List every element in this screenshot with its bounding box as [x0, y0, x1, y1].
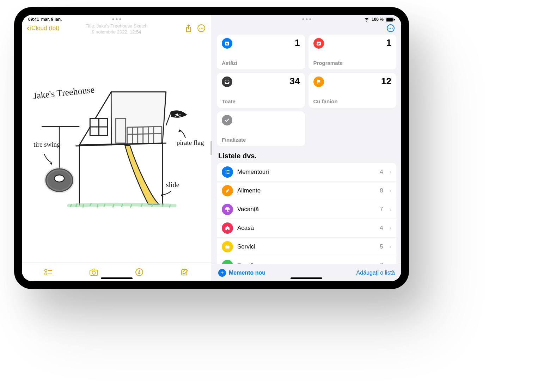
share-button[interactable]: [184, 23, 194, 33]
list-item[interactable]: Alimente8›: [217, 182, 396, 200]
card-scheduled-label: Programate: [313, 60, 392, 66]
handwriting-slide: slide: [166, 181, 179, 189]
chevron-right-icon: ›: [390, 225, 391, 231]
note-drawing[interactable]: Jake's Treehouse tire swing pirate flag …: [22, 35, 211, 262]
card-all-label: Toate: [222, 98, 300, 104]
svg-point-3: [202, 28, 203, 29]
ipad-frame: 09:41 mar. 9 ian. 100 % Title: Jake's Tr…: [14, 7, 409, 289]
battery-percent: 100 %: [372, 17, 384, 22]
checklist-button[interactable]: [43, 267, 54, 277]
svg-rect-47: [227, 172, 230, 172]
card-completed-label: Finalizate: [222, 137, 300, 143]
status-date: mar. 9 ian.: [41, 17, 62, 22]
list-icon: [222, 241, 233, 252]
card-all[interactable]: 34 Toate: [217, 73, 305, 108]
svg-rect-49: [227, 173, 230, 174]
notes-pane: Title: Jake's Treehouse Sketch 9 noiembr…: [22, 15, 211, 281]
list-item[interactable]: Mementouri4›: [217, 163, 396, 182]
markup-button[interactable]: [134, 267, 145, 277]
svg-point-44: [226, 170, 227, 171]
list-count: 5: [380, 243, 383, 250]
lists-section-title: Listele dvs.: [218, 152, 395, 160]
list-count: 4: [380, 169, 383, 176]
svg-point-43: [318, 44, 319, 45]
list-name: Acasă: [237, 225, 375, 232]
card-all-count: 34: [290, 76, 300, 87]
list-count: 8: [380, 187, 383, 194]
new-reminder-button[interactable]: + Memento nou: [218, 269, 265, 277]
chevron-right-icon: ›: [390, 244, 391, 250]
list-name: Alimente: [237, 187, 375, 194]
svg-point-42: [317, 44, 318, 45]
list-name: Vacanță: [237, 206, 375, 213]
back-button[interactable]: ‹ iCloud (tot): [27, 24, 59, 32]
svg-rect-45: [227, 170, 230, 171]
card-scheduled[interactable]: 1 Programate: [308, 35, 397, 69]
svg-point-28: [92, 271, 95, 274]
reminders-content[interactable]: 9 1 Astăzi 1 Programate: [212, 35, 401, 264]
list-name: Servici: [237, 243, 375, 250]
back-label: iCloud (tot): [30, 25, 59, 32]
camera-button[interactable]: [88, 267, 99, 277]
list-icon: [222, 185, 233, 196]
chevron-left-icon: ‹: [27, 24, 29, 32]
compose-button[interactable]: [179, 267, 190, 277]
svg-point-40: [318, 43, 319, 44]
svg-point-33: [390, 28, 391, 29]
card-completed[interactable]: Finalizate: [217, 111, 305, 146]
svg-point-23: [44, 269, 47, 271]
svg-point-41: [319, 43, 320, 44]
svg-text:9: 9: [226, 42, 228, 45]
card-today-count: 1: [295, 37, 300, 48]
more-button-notes[interactable]: [196, 23, 206, 33]
reminders-pane: 9 1 Astăzi 1 Programate: [212, 15, 401, 281]
chevron-right-icon: ›: [390, 188, 391, 194]
svg-point-25: [44, 272, 47, 275]
list-icon: [222, 204, 233, 215]
new-reminder-label: Memento nou: [229, 270, 265, 276]
list-icon: [222, 222, 233, 234]
card-today[interactable]: 9 1 Astăzi: [217, 35, 305, 69]
reminder-lists: Mementouri4›Alimente8›Vacanță7›Acasă4›Se…: [217, 163, 396, 264]
flag-icon: [313, 76, 324, 87]
card-flagged-label: Cu fanion: [313, 98, 392, 104]
calendar-icon: [313, 38, 324, 49]
svg-point-34: [392, 28, 393, 29]
home-indicator-right[interactable]: [291, 277, 322, 279]
svg-point-29: [136, 269, 143, 276]
handwriting-pirate: pirate flag: [177, 139, 204, 146]
list-item[interactable]: Vacanță7›: [217, 200, 396, 219]
svg-point-1: [199, 28, 200, 29]
list-count: 7: [380, 206, 383, 213]
list-name: Mementouri: [237, 169, 375, 176]
svg-line-14: [166, 111, 171, 125]
chevron-right-icon: ›: [390, 206, 391, 213]
add-list-button[interactable]: Adăugați o listă: [356, 270, 395, 276]
svg-rect-50: [225, 246, 230, 249]
list-count: 4: [380, 225, 383, 232]
calendar-today-icon: 9: [222, 38, 232, 49]
svg-point-48: [226, 173, 227, 174]
svg-point-46: [226, 172, 227, 173]
svg-point-2: [201, 28, 202, 29]
list-item[interactable]: Servici5›: [217, 238, 396, 256]
wifi-icon: [364, 17, 369, 22]
home-indicator-left[interactable]: [101, 277, 133, 279]
handwriting-tire: tire swing: [33, 141, 60, 148]
list-item[interactable]: Acasă4›: [217, 219, 396, 238]
svg-point-32: [389, 28, 390, 29]
battery-icon: [386, 18, 395, 22]
card-flagged[interactable]: 12 Cu fanion: [308, 73, 397, 108]
screen: 09:41 mar. 9 ian. 100 % Title: Jake's Tr…: [22, 15, 401, 281]
chevron-right-icon: ›: [390, 169, 391, 175]
plus-circle-icon: +: [218, 269, 226, 277]
status-bar: 09:41 mar. 9 ian. 100 %: [22, 15, 401, 23]
svg-point-22: [54, 175, 64, 182]
more-button-reminders[interactable]: [386, 23, 396, 33]
status-time: 09:41: [28, 17, 39, 22]
list-item[interactable]: Familie6›: [217, 256, 396, 264]
list-icon: [222, 166, 233, 178]
handwriting-title: Jake's Treehouse: [33, 85, 95, 101]
list-icon: [222, 260, 233, 264]
card-scheduled-count: 1: [386, 37, 391, 48]
